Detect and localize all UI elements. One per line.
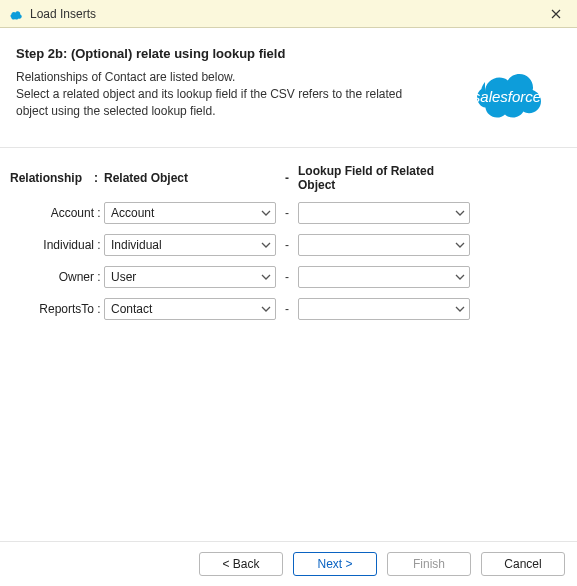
relationship-label: Owner <box>10 270 94 284</box>
finish-button: Finish <box>387 552 471 576</box>
relationship-grid: Relationship : Related Object - Lookup F… <box>10 164 567 320</box>
window-title: Load Inserts <box>30 7 543 21</box>
dash: - <box>276 206 298 220</box>
logo-text: salesforce <box>473 88 541 105</box>
related-object-select[interactable]: Individual <box>104 234 276 256</box>
step-desc-line2: Select a related object and its lookup f… <box>16 87 402 118</box>
col-header-relationship: Relationship <box>10 171 94 185</box>
close-button[interactable] <box>543 4 569 24</box>
step-description: Relationships of Contact are listed belo… <box>16 69 416 119</box>
header-dash: - <box>276 171 298 185</box>
dash: - <box>276 270 298 284</box>
relationship-label: ReportsTo <box>10 302 94 316</box>
chevron-down-icon <box>455 208 465 218</box>
select-value: Account <box>111 206 154 220</box>
select-value: Individual <box>111 238 162 252</box>
app-icon <box>6 5 24 23</box>
colon: : <box>94 206 104 220</box>
wizard-header: Step 2b: (Optional) relate using lookup … <box>0 28 577 148</box>
col-header-lookup-field: Lookup Field of Related Object <box>298 164 470 192</box>
back-button[interactable]: < Back <box>199 552 283 576</box>
lookup-field-select[interactable] <box>298 298 470 320</box>
related-object-select[interactable]: Contact <box>104 298 276 320</box>
wizard-footer: < Back Next > Finish Cancel <box>0 541 577 586</box>
chevron-down-icon <box>455 272 465 282</box>
content-area: Relationship : Related Object - Lookup F… <box>0 148 577 320</box>
header-colon: : <box>94 171 104 185</box>
cancel-button[interactable]: Cancel <box>481 552 565 576</box>
colon: : <box>94 302 104 316</box>
lookup-field-select[interactable] <box>298 234 470 256</box>
close-icon <box>551 9 561 19</box>
titlebar: Load Inserts <box>0 0 577 28</box>
chevron-down-icon <box>455 304 465 314</box>
dash: - <box>276 302 298 316</box>
select-value: User <box>111 270 136 284</box>
salesforce-logo: salesforce <box>453 58 563 136</box>
select-value: Contact <box>111 302 152 316</box>
chevron-down-icon <box>261 240 271 250</box>
step-desc-line1: Relationships of Contact are listed belo… <box>16 70 235 84</box>
chevron-down-icon <box>261 304 271 314</box>
chevron-down-icon <box>261 208 271 218</box>
chevron-down-icon <box>261 272 271 282</box>
lookup-field-select[interactable] <box>298 266 470 288</box>
chevron-down-icon <box>455 240 465 250</box>
relationship-label: Account <box>10 206 94 220</box>
col-header-related-object: Related Object <box>104 171 276 185</box>
lookup-field-select[interactable] <box>298 202 470 224</box>
next-button[interactable]: Next > <box>293 552 377 576</box>
relationship-label: Individual <box>10 238 94 252</box>
dash: - <box>276 238 298 252</box>
colon: : <box>94 270 104 284</box>
colon: : <box>94 238 104 252</box>
related-object-select[interactable]: Account <box>104 202 276 224</box>
related-object-select[interactable]: User <box>104 266 276 288</box>
